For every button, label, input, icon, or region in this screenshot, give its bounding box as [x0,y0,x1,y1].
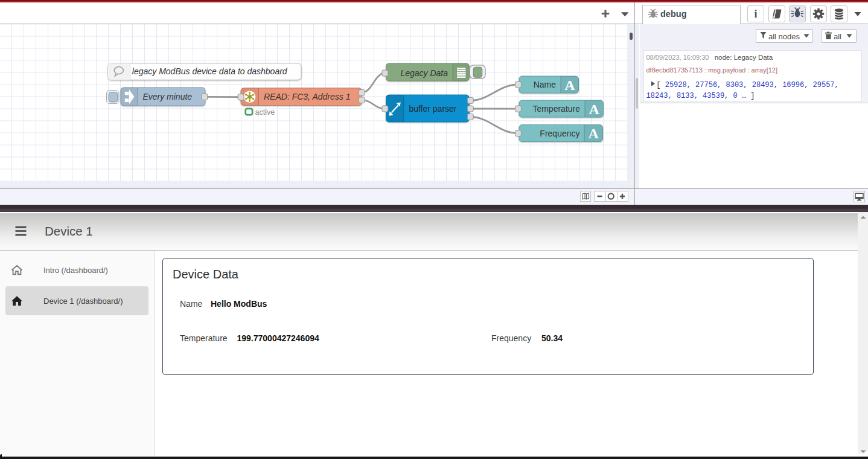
svg-text:Frequency: Frequency [540,128,579,138]
svg-text:active: active [255,108,275,116]
svg-text:legacy ModBus device data to d: legacy ModBus device data to dashboard [132,66,288,76]
svg-text:buffer parser: buffer parser [409,103,456,113]
svg-text:READ: FC3, Address 1: READ: FC3, Address 1 [264,92,350,101]
svg-text:Every minute: Every minute [142,91,192,101]
svg-text:Name: Name [534,79,557,89]
svg-text:Legacy Data: Legacy Data [400,68,448,77]
svg-text:A: A [589,101,600,117]
svg-text:Temperature: Temperature [532,104,580,114]
svg-text:A: A [564,77,575,92]
svg-text:A: A [589,126,599,141]
